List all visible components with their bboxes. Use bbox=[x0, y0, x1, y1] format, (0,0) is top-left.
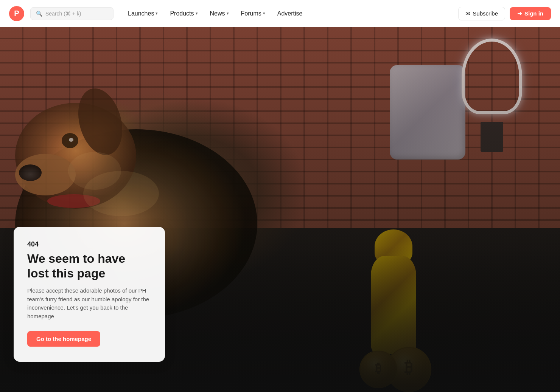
logo-icon: P bbox=[9, 6, 24, 21]
chevron-down-icon: ▾ bbox=[196, 11, 198, 16]
error-code: 404 bbox=[27, 240, 151, 248]
search-bar[interactable]: 🔍 Search (⌘ + k) bbox=[30, 7, 114, 20]
nav-forums[interactable]: Forums ▾ bbox=[236, 7, 271, 20]
envelope-icon: ✉ bbox=[465, 10, 470, 17]
subscribe-button[interactable]: ✉ Subscribe bbox=[458, 7, 505, 20]
error-card: 404 We seem to have lost this page Pleas… bbox=[14, 227, 165, 362]
navbar: P 🔍 Search (⌘ + k) Launches ▾ Products ▾… bbox=[0, 0, 560, 27]
hero-area: ₿ ₿ bbox=[0, 27, 560, 392]
nav-launches[interactable]: Launches ▾ bbox=[123, 7, 163, 20]
svg-point-9 bbox=[69, 138, 73, 142]
chevron-down-icon: ▾ bbox=[263, 11, 265, 16]
chevron-down-icon: ▾ bbox=[156, 11, 158, 16]
search-input: Search (⌘ + k) bbox=[45, 11, 81, 17]
chevron-down-icon: ▾ bbox=[227, 11, 229, 16]
svg-point-15 bbox=[68, 152, 121, 190]
nav-products[interactable]: Products ▾ bbox=[165, 7, 203, 20]
logo[interactable]: P bbox=[9, 6, 24, 21]
go-to-homepage-button[interactable]: Go to the homepage bbox=[27, 331, 100, 347]
nav-items: Launches ▾ Products ▾ News ▾ Forums ▾ Ad… bbox=[123, 7, 458, 20]
signin-button[interactable]: ➜ Sign in bbox=[510, 7, 551, 20]
nav-news[interactable]: News ▾ bbox=[205, 7, 234, 20]
user-icon: ➜ bbox=[517, 10, 522, 17]
error-description: Please accept these adorable photos of o… bbox=[27, 287, 151, 321]
nav-right-actions: ✉ Subscribe ➜ Sign in bbox=[458, 7, 551, 20]
error-title: We seem to have lost this page bbox=[27, 251, 151, 280]
nav-advertise[interactable]: Advertise bbox=[272, 7, 308, 20]
search-icon: 🔍 bbox=[36, 11, 42, 17]
svg-point-7 bbox=[19, 164, 42, 181]
